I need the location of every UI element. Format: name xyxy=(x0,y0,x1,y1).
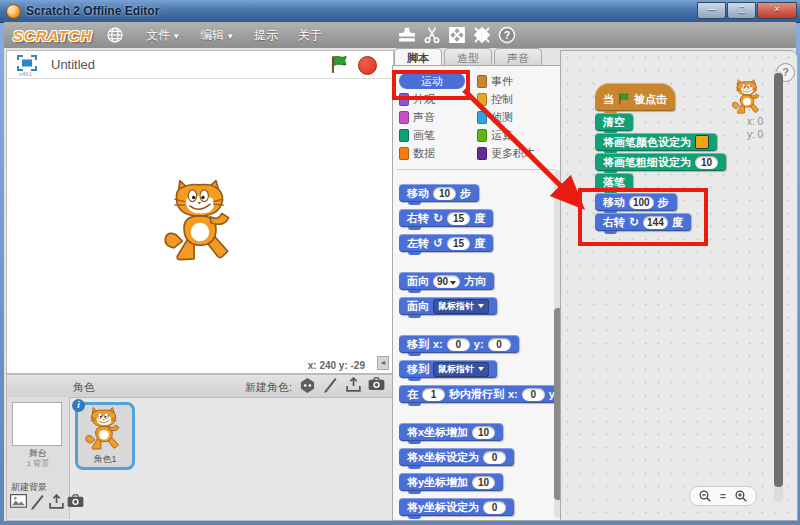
block[interactable]: 面向鼠标指针 xyxy=(399,297,497,315)
dropdown-input[interactable]: 鼠标指针 xyxy=(433,299,489,314)
sprites-panel: 角色 新建角色: 舞台 1 背景 新建背景 i 角色1 xyxy=(6,374,394,521)
sprite-library-icon[interactable] xyxy=(299,377,316,394)
dropdown-input[interactable]: 鼠标指针 xyxy=(433,362,489,377)
block[interactable]: 移到鼠标指针 xyxy=(399,360,497,378)
tab-造型[interactable]: 造型 xyxy=(444,48,492,66)
number-input[interactable]: 10 xyxy=(472,426,495,439)
block-label: y: xyxy=(474,338,484,350)
number-input[interactable]: 144 xyxy=(643,216,668,229)
number-input[interactable]: 15 xyxy=(447,237,470,250)
stage-column: 舞台 1 背景 新建背景 xyxy=(7,397,70,519)
block-label: 左转 xyxy=(407,236,429,251)
block[interactable]: 将画笔颜色设定为 xyxy=(595,133,717,151)
number-input[interactable]: 0 xyxy=(483,451,506,464)
number-input[interactable]: 10 xyxy=(433,187,456,200)
category-运算[interactable]: 运算 xyxy=(477,126,555,144)
clockwise-arrow-icon: ↻ xyxy=(433,212,443,224)
block-label: 度 xyxy=(672,215,683,230)
block-label: x: xyxy=(433,338,443,350)
block[interactable]: 将x坐标设定为0 xyxy=(399,448,514,466)
paintbrush-icon[interactable] xyxy=(322,377,339,394)
block[interactable]: 落笔 xyxy=(595,173,633,191)
block[interactable]: 当被点击 xyxy=(595,83,675,111)
zoom-controls: = xyxy=(689,486,757,506)
help-icon[interactable]: ? xyxy=(498,26,516,44)
camera-icon[interactable] xyxy=(368,377,385,394)
number-input[interactable]: 10 xyxy=(695,156,718,169)
category-侦测[interactable]: 侦测 xyxy=(477,108,555,126)
number-dropdown[interactable]: 90 xyxy=(433,275,460,288)
number-input[interactable]: 15 xyxy=(447,212,470,225)
new-sprite-icons xyxy=(299,377,385,394)
menu-item-2[interactable]: 编辑▼ xyxy=(200,27,234,44)
upload-icon[interactable] xyxy=(48,494,65,511)
number-input[interactable]: 10 xyxy=(472,476,495,489)
globe-icon[interactable] xyxy=(106,26,124,44)
category-画笔[interactable]: 画笔 xyxy=(399,126,477,144)
paintbrush-icon[interactable] xyxy=(29,494,46,511)
green-flag-button[interactable] xyxy=(330,55,349,74)
stage-thumbnail[interactable] xyxy=(12,402,62,446)
block[interactable]: 将y坐标增加10 xyxy=(399,473,503,491)
block[interactable]: 清空 xyxy=(595,113,633,131)
number-input[interactable]: 0 xyxy=(522,388,545,401)
camera-icon[interactable] xyxy=(67,494,84,511)
block[interactable]: 将x坐标增加10 xyxy=(399,423,503,441)
block[interactable]: 将y坐标设定为0 xyxy=(399,498,514,516)
upload-icon[interactable] xyxy=(345,377,362,394)
scripts-area[interactable]: 当被点击清空将画笔颜色设定为将画笔粗细设定为10落笔移动100步右转↻144度 … xyxy=(560,50,798,521)
block-label: 秒内滑行到 xyxy=(449,387,504,402)
number-input[interactable]: 0 xyxy=(483,501,506,514)
scissors-icon[interactable] xyxy=(423,26,441,44)
zoom-out-icon[interactable] xyxy=(698,489,712,503)
block[interactable]: 面向90方向 xyxy=(399,272,494,290)
fullscreen-icon[interactable] xyxy=(17,55,37,71)
number-input[interactable]: 100 xyxy=(629,196,654,209)
category-外观[interactable]: 外观 xyxy=(399,90,477,108)
block-label: 面向 xyxy=(407,299,429,314)
block[interactable]: 移到x:0y:0 xyxy=(399,335,519,353)
tab-声音[interactable]: 声音 xyxy=(494,48,542,66)
stage-canvas[interactable] xyxy=(7,79,393,355)
block[interactable]: 左转↺15度 xyxy=(399,234,493,252)
block[interactable]: 移动10步 xyxy=(399,184,479,202)
close-button[interactable]: × xyxy=(757,2,797,19)
scripts-scrollbar[interactable] xyxy=(774,71,783,502)
category-声音[interactable]: 声音 xyxy=(399,108,477,126)
menu-item-3[interactable]: 提示 xyxy=(254,27,278,44)
maximize-button[interactable]: ▢ xyxy=(727,2,756,19)
collapse-arrow-icon[interactable]: ◄ xyxy=(377,356,389,370)
number-input[interactable]: 1 xyxy=(422,388,445,401)
category-color-chip xyxy=(399,129,409,142)
category-运动[interactable]: 运动 xyxy=(399,73,465,89)
stamp-icon[interactable] xyxy=(398,26,416,44)
menu-item-4[interactable]: 关于 xyxy=(298,27,322,44)
minimize-button[interactable]: — xyxy=(697,2,726,19)
image-icon[interactable] xyxy=(10,494,27,511)
menu-item-1[interactable]: 文件▼ xyxy=(146,27,180,44)
stop-button[interactable] xyxy=(358,56,377,75)
color-input[interactable] xyxy=(695,135,709,149)
mouse-coordinates: x: 240 y: -29 xyxy=(308,360,365,371)
category-控制[interactable]: 控制 xyxy=(477,90,555,108)
category-更多积木[interactable]: 更多积木 xyxy=(477,144,555,162)
number-input[interactable]: 0 xyxy=(488,338,511,351)
svg-text:?: ? xyxy=(504,29,511,41)
category-数据[interactable]: 数据 xyxy=(399,144,477,162)
block[interactable]: 右转↻144度 xyxy=(595,213,691,231)
version-label: v461 xyxy=(19,71,32,77)
sprite-thumbnail[interactable]: i 角色1 xyxy=(75,402,135,470)
grow-icon[interactable] xyxy=(448,26,466,44)
shrink-icon[interactable] xyxy=(473,26,491,44)
block[interactable]: 将画笔粗细设定为10 xyxy=(595,153,726,171)
block-label: 方向 xyxy=(464,274,486,289)
number-input[interactable]: 0 xyxy=(447,338,470,351)
equals-icon[interactable]: = xyxy=(720,491,726,502)
zoom-in-icon[interactable] xyxy=(734,489,748,503)
block-label: 移动 xyxy=(407,186,429,201)
block[interactable]: 移动100步 xyxy=(595,193,677,211)
cat-sprite-on-stage[interactable] xyxy=(162,179,238,263)
block[interactable]: 右转↻15度 xyxy=(399,209,493,227)
tab-脚本[interactable]: 脚本 xyxy=(394,48,442,66)
category-事件[interactable]: 事件 xyxy=(477,72,555,90)
